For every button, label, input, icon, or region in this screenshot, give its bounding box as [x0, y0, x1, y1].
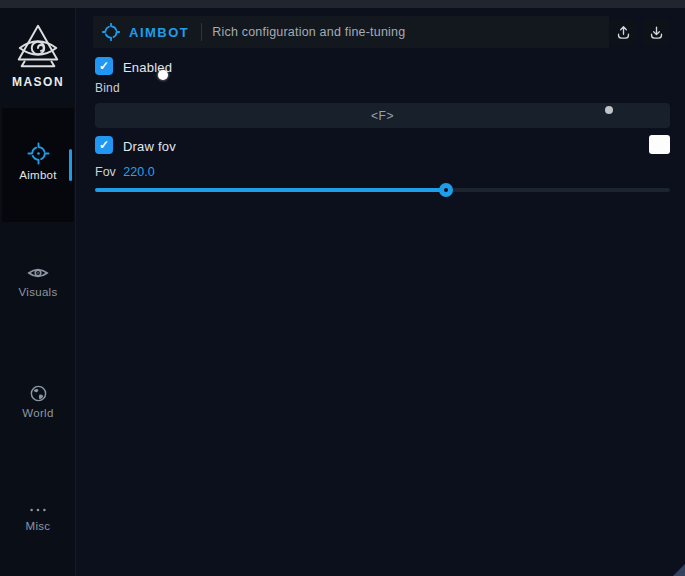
header-divider: [201, 23, 202, 41]
pyramid-eye-logo-icon: [11, 22, 65, 72]
bind-key-value: <F>: [371, 109, 394, 123]
fov-label: Fov: [95, 165, 116, 179]
sidebar-item-aimbot[interactable]: Aimbot: [0, 142, 76, 181]
check-icon: ✓: [99, 139, 109, 151]
bind-label: Bind: [95, 81, 120, 95]
upload-config-button[interactable]: [610, 19, 636, 45]
crosshair-icon: [27, 142, 50, 165]
download-icon: [648, 24, 665, 41]
fov-color-swatch[interactable]: [649, 135, 670, 154]
globe-icon: [29, 384, 48, 403]
fov-readout: Fov 220.0: [95, 165, 155, 179]
window-top-strip: [0, 0, 685, 8]
ellipsis-icon: [27, 504, 49, 516]
fov-slider-handle[interactable]: [439, 183, 453, 197]
corner-resize-accent: [673, 564, 685, 576]
fov-slider[interactable]: [95, 188, 670, 192]
drag-indicator-dot: [605, 106, 613, 114]
brand-name: MASON: [0, 75, 76, 89]
sidebar-item-label: Visuals: [0, 286, 76, 298]
upload-icon: [615, 24, 632, 41]
brand-logo: MASON: [0, 22, 76, 89]
draw-fov-label: Draw fov: [123, 139, 176, 154]
enabled-checkbox[interactable]: ✓: [95, 57, 113, 75]
sidebar-item-visuals[interactable]: Visuals: [0, 264, 76, 298]
page-title: AIMBOT: [129, 25, 189, 40]
sidebar-item-misc[interactable]: Misc: [0, 504, 76, 532]
crosshair-icon: [102, 23, 120, 41]
sidebar: MASON Aimbot Visuals: [0, 8, 76, 576]
sidebar-item-label: Misc: [0, 520, 76, 532]
fov-value: 220.0: [123, 165, 154, 179]
draw-fov-checkbox[interactable]: ✓: [95, 136, 113, 154]
mouse-cursor-dot: [158, 70, 168, 80]
page-header: AIMBOT Rich configuration and fine-tunin…: [93, 16, 609, 48]
eye-icon: [27, 264, 49, 282]
sidebar-item-world[interactable]: World: [0, 384, 76, 419]
fov-slider-fill: [95, 188, 446, 192]
sidebar-item-label: Aimbot: [0, 169, 76, 181]
mason-window: MASON Aimbot Visuals: [0, 0, 685, 576]
check-icon: ✓: [99, 60, 109, 72]
bind-key-input[interactable]: <F>: [95, 103, 670, 128]
page-subtitle: Rich configuration and fine-tuning: [212, 25, 405, 39]
sidebar-item-label: World: [0, 407, 76, 419]
download-config-button[interactable]: [643, 19, 669, 45]
